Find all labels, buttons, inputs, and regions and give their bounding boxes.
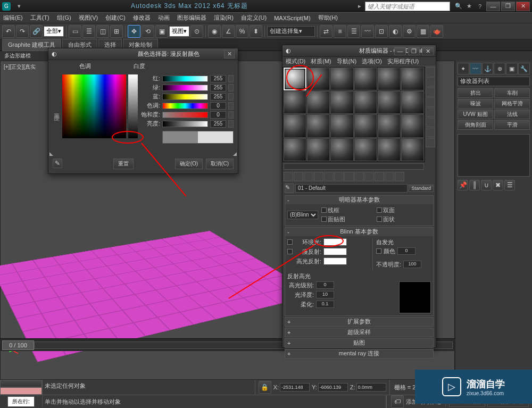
cpbtn-noise[interactable]: 噪波 <box>458 99 493 109</box>
window-crossing-button[interactable]: ⊞ <box>110 25 123 38</box>
material-slot[interactable] <box>354 114 377 137</box>
me-menu-options[interactable]: 选项(O) <box>362 57 382 65</box>
rollout-ext[interactable]: +扩展参数 <box>285 318 433 326</box>
r-spinner[interactable] <box>228 75 234 82</box>
go-parent-icon[interactable] <box>385 172 394 181</box>
select-by-mat-icon[interactable] <box>426 138 435 147</box>
time-slider[interactable]: 0 / 100 <box>2 340 34 350</box>
sample-uv-icon[interactable] <box>426 97 435 107</box>
g-value[interactable]: 255 <box>210 84 226 91</box>
r-value[interactable]: 255 <box>210 75 226 82</box>
modifier-list-dropdown[interactable]: 修改器列表 <box>458 77 530 86</box>
rollout-blinn[interactable]: -Blinn 基本参数 <box>285 228 433 236</box>
hue-picker[interactable] <box>62 74 126 138</box>
percent-snap-button[interactable]: % <box>236 25 248 38</box>
viewport-label[interactable]: [+][正交][真实 <box>4 63 36 71</box>
put-to-scene-icon[interactable] <box>294 172 303 181</box>
layers-button[interactable]: ☰ <box>347 25 360 38</box>
me-hscroll[interactable] <box>284 163 424 170</box>
show-end-icon[interactable]: ║ <box>469 180 480 190</box>
soften-value[interactable]: 0.1 <box>316 301 334 308</box>
remove-mod-icon[interactable]: ✖ <box>493 180 503 190</box>
material-slot[interactable] <box>401 68 424 90</box>
menu-help[interactable]: 帮助(H) <box>318 14 338 22</box>
b-value[interactable]: 255 <box>210 93 226 101</box>
render-button[interactable]: 🫖 <box>430 25 443 38</box>
wire-checkbox[interactable] <box>321 207 327 213</box>
render-setup-button[interactable]: ⚙ <box>403 25 415 38</box>
render-frame-button[interactable]: ▦ <box>417 25 429 38</box>
select-region-button[interactable]: ◫ <box>96 25 109 38</box>
material-type-button[interactable]: Standard <box>409 185 434 192</box>
b-spinner[interactable] <box>228 93 234 101</box>
material-slot[interactable] <box>378 138 401 161</box>
menu-view[interactable]: 视图(V) <box>79 14 98 22</box>
move-button[interactable]: ✥ <box>128 25 140 38</box>
cpbtn-uvw[interactable]: UVW 贴图 <box>458 110 493 119</box>
go-sibling-icon[interactable] <box>395 172 404 181</box>
color-selector-titlebar[interactable]: ◐ 颜色选择器: 漫反射颜色 ✕ <box>48 48 238 60</box>
twosided-checkbox[interactable] <box>377 207 382 213</box>
spinner-snap-button[interactable]: ⬍ <box>250 25 262 38</box>
hierarchy-tab-icon[interactable]: ⚓ <box>482 63 494 74</box>
minimize-button[interactable]: — <box>486 2 500 11</box>
material-slot[interactable] <box>330 68 353 90</box>
rollout-supersample[interactable]: +超级采样 <box>285 328 433 337</box>
chevron-down-icon[interactable]: ▾ <box>15 2 23 11</box>
select-button[interactable]: ▭ <box>69 25 81 38</box>
rollout-mentalray[interactable]: +mental ray 连接 <box>285 349 433 358</box>
show-map-icon[interactable] <box>364 172 374 181</box>
opacity-value[interactable]: 100 <box>403 261 421 268</box>
cpbtn-lathe[interactable]: 车削 <box>494 88 530 98</box>
menu-modifiers[interactable]: 修改器 <box>133 14 151 22</box>
cpbtn-bevel[interactable]: 倒角剖面 <box>458 120 493 130</box>
me-restore-button[interactable]: ❐ <box>408 47 420 55</box>
unique-icon[interactable]: ∪ <box>481 180 492 190</box>
cpbtn-meshsmooth[interactable]: 网格平滑 <box>494 99 530 109</box>
facemap-checkbox[interactable] <box>321 217 327 222</box>
me-menu-mode[interactable]: 模式(D) <box>286 57 305 65</box>
material-slot[interactable] <box>401 114 424 137</box>
help-search-input[interactable] <box>365 2 450 11</box>
si-color-checkbox[interactable] <box>376 248 381 254</box>
undo-button[interactable]: ↶ <box>2 25 15 38</box>
close-button[interactable]: ✕ <box>516 2 530 11</box>
material-slot[interactable] <box>284 114 306 137</box>
create-tab-icon[interactable]: ✦ <box>458 63 469 74</box>
h-spinner[interactable] <box>228 102 234 110</box>
named-selection-dropdown[interactable]: 创建选择集 ▾ <box>267 26 315 37</box>
material-slot[interactable] <box>307 68 330 90</box>
v-value[interactable]: 255 <box>210 120 226 128</box>
matid-icon[interactable] <box>354 172 364 181</box>
menu-grapheditors[interactable]: 图形编辑器 <box>177 14 206 22</box>
menu-edit[interactable]: 编辑(E) <box>3 14 23 22</box>
make-copy-icon[interactable] <box>324 172 334 181</box>
material-slot[interactable] <box>330 138 353 161</box>
get-material-icon[interactable] <box>284 172 293 181</box>
material-slot[interactable] <box>330 91 353 114</box>
value-slider[interactable] <box>128 74 138 138</box>
r-slider[interactable] <box>162 76 208 82</box>
shader-dropdown[interactable]: (B)Blinn <box>287 211 318 219</box>
me-minimize-button[interactable]: — <box>394 47 406 55</box>
material-slot[interactable] <box>378 68 401 90</box>
material-slot[interactable] <box>354 91 377 114</box>
x-input[interactable] <box>280 383 310 392</box>
align-button[interactable]: ≡ <box>334 25 346 38</box>
pick-icon[interactable]: ✎ <box>285 184 294 193</box>
backlight-icon[interactable] <box>426 77 435 87</box>
h-value[interactable]: 0 <box>210 102 226 110</box>
s-spinner[interactable] <box>228 111 234 119</box>
color-selector-close-button[interactable]: ✕ <box>224 50 235 59</box>
menu-animation[interactable]: 动画 <box>158 14 170 22</box>
show-end-result-icon[interactable] <box>375 172 384 181</box>
background-icon[interactable] <box>426 87 435 97</box>
info-icon[interactable]: ▸ <box>355 2 364 11</box>
material-slot[interactable] <box>307 114 330 137</box>
me-menu-material[interactable]: 材质(M) <box>311 57 331 65</box>
put-to-lib-icon[interactable] <box>344 172 354 181</box>
link-icon[interactable]: 🔗 <box>30 25 43 38</box>
material-editor-titlebar[interactable]: ◐ 材质编辑器 - 01 - Default — ❐ ✕ <box>282 45 436 57</box>
video-check-icon[interactable] <box>426 107 435 117</box>
restore-button[interactable]: ❐ <box>501 2 515 11</box>
